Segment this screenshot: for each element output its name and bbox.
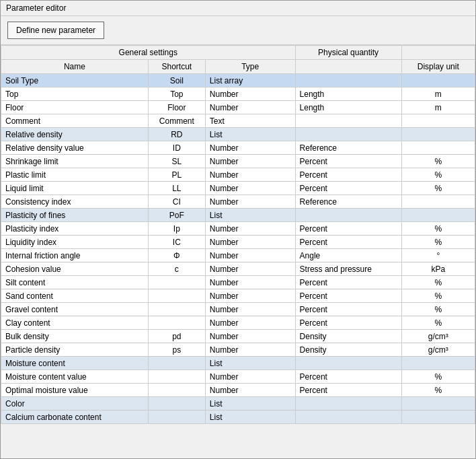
table-row[interactable]: Liquid limitLLNumberPercent%: [1, 182, 475, 195]
table-row[interactable]: Calcium carbonate contentList: [1, 411, 475, 424]
display-unit-column-header: Display unit: [401, 60, 475, 74]
general-settings-header: General settings: [1, 46, 296, 60]
cell-display-unit: %: [401, 370, 475, 384]
physical-quantity-header: Physical quantity: [295, 46, 401, 60]
cell-shortcut: pd: [148, 330, 205, 343]
cell-name: Consistency index: [1, 195, 149, 209]
table-row[interactable]: Bulk densitypdNumberDensityg/cm³: [1, 330, 475, 343]
table-row[interactable]: Consistency indexCINumberReference: [1, 195, 475, 209]
cell-name: Soil Type: [1, 74, 149, 87]
table-row[interactable]: Relative densityRDList: [1, 128, 475, 141]
cell-physical: Angle: [295, 249, 401, 262]
cell-physical: Percent: [295, 222, 401, 236]
cell-name: Bulk density: [1, 330, 149, 343]
cell-name: Plasticity of fines: [1, 209, 149, 222]
table-row[interactable]: Moisture contentList: [1, 357, 475, 370]
cell-name: Internal friction angle: [1, 249, 149, 262]
cell-type: Number: [205, 222, 295, 236]
cell-display-unit: [401, 141, 475, 155]
table-row[interactable]: FloorFloorNumberLengthm: [1, 101, 475, 114]
cell-shortcut: Comment: [148, 114, 205, 128]
cell-shortcut: Floor: [148, 101, 205, 114]
cell-type: Number: [205, 276, 295, 289]
cell-type: Number: [205, 155, 295, 168]
cell-shortcut: c: [148, 262, 205, 276]
cell-shortcut: PoF: [148, 209, 205, 222]
cell-display-unit: %: [401, 276, 475, 289]
cell-type: Number: [205, 182, 295, 195]
cell-display-unit: %: [401, 182, 475, 195]
cell-name: Floor: [1, 101, 149, 114]
cell-type: Number: [205, 101, 295, 114]
cell-display-unit: [401, 128, 475, 141]
cell-name: Liquidity index: [1, 236, 149, 249]
cell-type: Number: [205, 370, 295, 384]
table-row[interactable]: Moisture content valueNumberPercent%: [1, 370, 475, 384]
name-column-header: Name: [1, 60, 149, 74]
cell-physical: [295, 357, 401, 370]
cell-display-unit: %: [401, 168, 475, 182]
table-row[interactable]: Optimal moisture valueNumberPercent%: [1, 384, 475, 397]
table-row[interactable]: Soil TypeSoilList array: [1, 74, 475, 87]
table-row[interactable]: TopTopNumberLengthm: [1, 87, 475, 101]
cell-physical: Percent: [295, 155, 401, 168]
toolbar: Define new parameter: [1, 16, 475, 45]
cell-name: Particle density: [1, 343, 149, 357]
cell-type: Number: [205, 303, 295, 316]
define-new-parameter-button[interactable]: Define new parameter: [7, 22, 104, 39]
cell-physical: Length: [295, 101, 401, 114]
table-row[interactable]: Particle densitypsNumberDensityg/cm³: [1, 343, 475, 357]
cell-physical: Percent: [295, 276, 401, 289]
table-row[interactable]: ColorList: [1, 397, 475, 411]
cell-name: Calcium carbonate content: [1, 411, 149, 424]
cell-display-unit: %: [401, 316, 475, 330]
cell-physical: Length: [295, 87, 401, 101]
cell-shortcut: [148, 303, 205, 316]
cell-name: Moisture content: [1, 357, 149, 370]
cell-name: Relative density: [1, 128, 149, 141]
table-row[interactable]: Shrinkage limitSLNumberPercent%: [1, 155, 475, 168]
cell-name: Relative density value: [1, 141, 149, 155]
cell-type: Number: [205, 343, 295, 357]
cell-display-unit: [401, 357, 475, 370]
cell-shortcut: IC: [148, 236, 205, 249]
table-row[interactable]: CommentCommentText: [1, 114, 475, 128]
table-row[interactable]: Plastic limitPLNumberPercent%: [1, 168, 475, 182]
cell-display-unit: g/cm³: [401, 330, 475, 343]
cell-display-unit: [401, 209, 475, 222]
cell-type: Number: [205, 168, 295, 182]
type-column-header: Type: [205, 60, 295, 74]
cell-shortcut: [148, 397, 205, 411]
table-row[interactable]: Liquidity indexICNumberPercent%: [1, 236, 475, 249]
cell-shortcut: Soil: [148, 74, 205, 87]
cell-physical: Percent: [295, 168, 401, 182]
table-row[interactable]: Gravel contentNumberPercent%: [1, 303, 475, 316]
cell-shortcut: CI: [148, 195, 205, 209]
table-row[interactable]: Plasticity of finesPoFList: [1, 209, 475, 222]
cell-name: Liquid limit: [1, 182, 149, 195]
cell-physical: Percent: [295, 384, 401, 397]
table-row[interactable]: Silt contentNumberPercent%: [1, 276, 475, 289]
cell-display-unit: [401, 195, 475, 209]
cell-shortcut: [148, 289, 205, 303]
cell-display-unit: m: [401, 87, 475, 101]
table-row[interactable]: Relative density valueIDNumberReference: [1, 141, 475, 155]
table-row[interactable]: Plasticity indexIpNumberPercent%: [1, 222, 475, 236]
cell-shortcut: [148, 276, 205, 289]
cell-physical: Density: [295, 330, 401, 343]
cell-shortcut: [148, 411, 205, 424]
cell-type: Text: [205, 114, 295, 128]
cell-shortcut: RD: [148, 128, 205, 141]
table-row[interactable]: Internal friction angleΦNumberAngle°: [1, 249, 475, 262]
table-row[interactable]: Sand contentNumberPercent%: [1, 289, 475, 303]
cell-display-unit: %: [401, 289, 475, 303]
cell-physical: [295, 397, 401, 411]
cell-display-unit: %: [401, 222, 475, 236]
cell-shortcut: [148, 370, 205, 384]
table-row[interactable]: Clay contentNumberPercent%: [1, 316, 475, 330]
cell-shortcut: PL: [148, 168, 205, 182]
parameter-table: General settings Physical quantity Name …: [1, 45, 475, 424]
cell-name: Cohesion value: [1, 262, 149, 276]
cell-display-unit: [401, 411, 475, 424]
table-row[interactable]: Cohesion valuecNumberStress and pressure…: [1, 262, 475, 276]
